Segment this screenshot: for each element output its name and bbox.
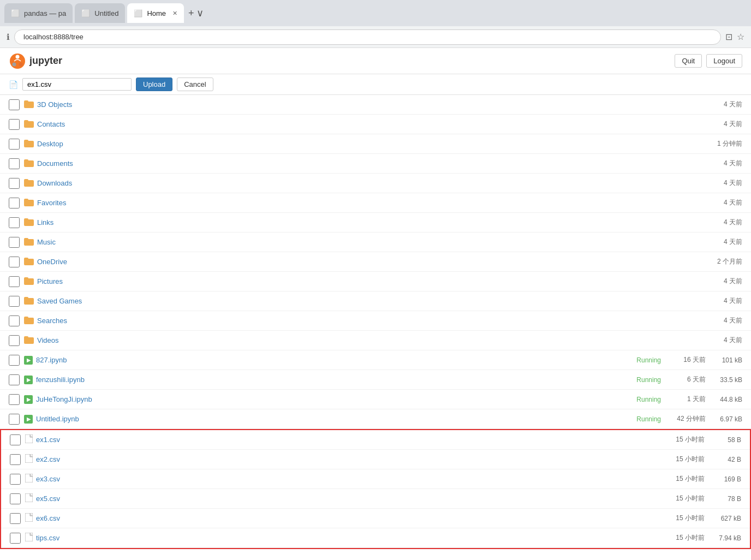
file-checkbox[interactable]	[9, 394, 20, 405]
file-checkbox[interactable]	[9, 355, 20, 366]
upload-filename-input[interactable]	[22, 78, 132, 91]
file-icon	[25, 493, 33, 504]
file-name-link[interactable]: ex1.csv	[36, 436, 666, 444]
tab-pandas[interactable]: ⬜ pandas — pa	[4, 3, 73, 23]
file-checkbox[interactable]	[10, 493, 21, 504]
jupyter-logo-icon	[9, 52, 26, 70]
cancel-button[interactable]: Cancel	[177, 78, 213, 91]
address-input[interactable]	[14, 29, 721, 45]
tab-untitled[interactable]: ⬜ Untitled	[75, 3, 125, 23]
file-name-link[interactable]: 3D Objects	[37, 100, 704, 109]
file-name-link[interactable]: Downloads	[37, 179, 704, 187]
folder-icon	[24, 178, 34, 188]
file-checkbox[interactable]	[9, 237, 20, 248]
file-checkbox[interactable]	[9, 217, 20, 228]
file-name-link[interactable]: Untitled.ipynb	[36, 415, 636, 423]
file-meta: 4 天前	[704, 336, 742, 345]
file-checkbox[interactable]	[10, 513, 21, 524]
file-time: 15 小时前	[666, 533, 705, 543]
file-time: 4 天前	[704, 336, 742, 345]
tab-home[interactable]: ⬜ Home ✕	[127, 3, 184, 23]
file-checkbox[interactable]	[9, 119, 20, 130]
file-checkbox[interactable]	[9, 374, 20, 385]
file-checkbox[interactable]	[9, 414, 20, 425]
file-name-link[interactable]: Documents	[37, 159, 704, 168]
file-size: 169 B	[711, 475, 741, 483]
file-checkbox[interactable]	[9, 315, 20, 326]
file-time: 4 天前	[704, 178, 742, 188]
file-size: 58 B	[711, 436, 741, 444]
list-item: Videos 4 天前	[0, 331, 751, 350]
file-time: 4 天前	[704, 277, 742, 286]
notebook-icon: ▶	[24, 355, 33, 365]
file-checkbox[interactable]	[10, 533, 21, 544]
list-item: Pictures 4 天前	[0, 272, 751, 291]
file-status: Running	[636, 356, 661, 364]
file-name-link[interactable]: Music	[37, 238, 704, 246]
file-name-link[interactable]: ex3.csv	[36, 475, 666, 483]
file-name-link[interactable]: ex5.csv	[36, 495, 666, 503]
folder-icon	[24, 315, 34, 326]
tab-mode-icon[interactable]: ⊡	[725, 32, 732, 42]
file-checkbox[interactable]	[10, 434, 21, 445]
file-name-link[interactable]: Pictures	[37, 277, 704, 285]
file-name-link[interactable]: OneDrive	[37, 258, 704, 266]
file-name-link[interactable]: fenzushili.ipynb	[36, 376, 636, 384]
file-meta: 4 天前	[704, 100, 742, 109]
file-checkbox[interactable]	[9, 139, 20, 150]
file-time: 15 小时前	[666, 435, 705, 444]
file-time: 42 分钟前	[667, 414, 706, 424]
tab-label-home: Home	[147, 9, 166, 17]
file-name-link[interactable]: Favorites	[37, 199, 704, 207]
regular-files: 3D Objects 4 天前 Contacts 4 天前 Desktop 1 …	[0, 95, 751, 429]
tab-close-home[interactable]: ✕	[172, 10, 177, 17]
address-bar: ℹ ⊡ ☆	[0, 26, 751, 48]
jupyter-header: jupyter Quit Logout	[0, 48, 751, 74]
file-checkbox[interactable]	[9, 335, 20, 346]
file-name-link[interactable]: Links	[37, 218, 704, 227]
tab-list-button[interactable]: ∨	[196, 7, 204, 19]
file-name-link[interactable]: tips.csv	[36, 534, 666, 542]
file-checkbox[interactable]	[9, 158, 20, 169]
file-checkbox[interactable]	[9, 257, 20, 267]
file-size: 78 B	[711, 495, 741, 503]
quit-button[interactable]: Quit	[675, 54, 702, 68]
file-name-link[interactable]: Videos	[37, 336, 704, 344]
svg-rect-32	[25, 474, 33, 482]
file-time: 4 天前	[704, 316, 742, 325]
file-checkbox[interactable]	[9, 178, 20, 189]
tab-actions: + ∨	[188, 7, 204, 19]
folder-icon	[24, 237, 34, 247]
file-size: 6.97 kB	[712, 415, 742, 423]
file-name-link[interactable]: Contacts	[37, 120, 704, 128]
file-checkbox[interactable]	[9, 296, 20, 307]
list-item: Searches 4 天前	[0, 311, 751, 331]
file-size: 101 kB	[712, 356, 742, 364]
file-checkbox[interactable]	[9, 198, 20, 208]
list-item: ex1.csv 15 小时前 58 B	[1, 430, 750, 450]
logout-button[interactable]: Logout	[706, 54, 742, 68]
list-item: Saved Games 4 天前	[0, 291, 751, 311]
file-meta: 4 天前	[704, 198, 742, 207]
list-item: Downloads 4 天前	[0, 174, 751, 193]
bookmark-icon[interactable]: ☆	[737, 32, 744, 42]
file-name-link[interactable]: 827.ipynb	[36, 356, 636, 364]
svg-rect-35	[25, 533, 33, 541]
file-name-link[interactable]: ex2.csv	[36, 455, 666, 463]
svg-rect-9	[24, 140, 28, 142]
file-checkbox[interactable]	[9, 276, 20, 287]
folder-icon	[24, 217, 34, 228]
file-name-link[interactable]: JuHeTongJi.ipynb	[36, 395, 636, 403]
new-tab-button[interactable]: +	[188, 8, 194, 19]
file-name-link[interactable]: Saved Games	[37, 297, 704, 305]
file-name-link[interactable]: Searches	[37, 317, 704, 325]
file-time: 1 分钟前	[704, 139, 742, 148]
upload-button[interactable]: Upload	[136, 78, 172, 91]
svg-rect-17	[24, 218, 28, 221]
file-checkbox[interactable]	[10, 454, 21, 465]
file-name-link[interactable]: ex6.csv	[36, 514, 666, 522]
file-checkbox[interactable]	[10, 474, 21, 485]
svg-rect-31	[25, 454, 33, 463]
file-name-link[interactable]: Desktop	[37, 140, 704, 148]
file-checkbox[interactable]	[9, 99, 20, 110]
